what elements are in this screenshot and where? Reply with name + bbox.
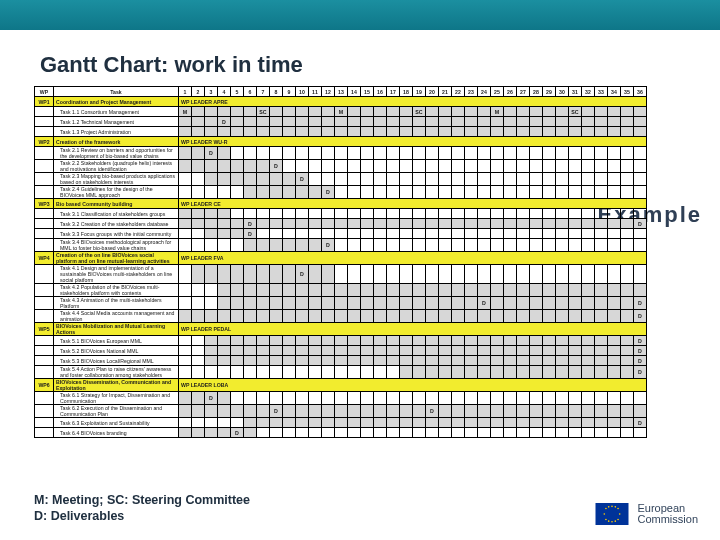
gantt-row: WP4Creation of the on line BIOVoices soc… [35,252,647,265]
gantt-row: WP6BIOVoices Dissemination, Communicatio… [35,379,647,392]
gantt-row: Task 4.4 Social Media accounts managemen… [35,310,647,323]
svg-point-2 [612,521,614,523]
logo-line-2: Commission [637,514,698,526]
svg-point-3 [604,514,606,516]
gantt-row: Task 5.3 BIOVoices Local/Regional MMLD [35,356,647,366]
gantt-row: WP5BIOVoices Mobilization and Mutual Lea… [35,323,647,336]
svg-point-10 [615,506,617,508]
gantt-row: Task 6.1 Strategy for Impact, Disseminat… [35,392,647,405]
legend-line-2: D: Deliverables [34,508,250,524]
gantt-row: Task 6.3 Exploitation and Sustainability… [35,418,647,428]
svg-point-4 [619,514,621,516]
gantt-row: Task 4.3 Animation of the multi-stakehol… [35,297,647,310]
svg-point-11 [608,521,610,523]
gantt-row: Task 1.2 Technical ManagementD [35,117,647,127]
gantt-row: Task 6.2 Execution of the Dissemination … [35,405,647,418]
gantt-row: WP2Creation of the frameworkWP LEADER WU… [35,137,647,147]
gantt-row: Task 5.4 Action Plan to raise citizens' … [35,366,647,379]
legend: M: Meeting; SC: Steering Committee D: De… [34,492,250,525]
gantt-row: Task 2.3 Mapping bio-based products appl… [35,173,647,186]
svg-point-12 [615,521,617,523]
gantt-row: Task 5.2 BIOVoices National MMLD [35,346,647,356]
page-title: Gantt Chart: work in time [40,52,303,78]
svg-point-6 [618,508,620,510]
gantt-row: Task 4.1 Design and implementation of a … [35,265,647,284]
gantt-row: Task 4.2 Population of the BIOVoices mul… [35,284,647,297]
gantt-row: Task 2.4 Guidelines for the design of th… [35,186,647,199]
gantt-row: Task 1.3 Project Administration [35,127,647,137]
gantt-row: Task 3.1 Classification of stakeholders … [35,209,647,219]
gantt-row: Task 1.1 Consortium ManagementMSCMSCMSC [35,107,647,117]
gantt-row: Task 3.4 BIOvoices methodological approa… [35,239,647,252]
ec-logo: European Commission [595,503,698,526]
svg-point-5 [606,508,608,510]
eu-flag-icon [595,503,629,525]
svg-point-1 [612,506,614,508]
svg-point-8 [618,519,620,521]
top-bar [0,0,720,30]
gantt-row: Task 5.1 BIOVoices European MMLD [35,336,647,346]
svg-point-7 [606,519,608,521]
legend-line-1: M: Meeting; SC: Steering Committee [34,492,250,508]
gantt-row: Task 2.1 Review on barriers and opportun… [35,147,647,160]
gantt-row: Task 6.4 BIOVoices brandingD [35,428,647,438]
gantt-row: WP1Coordination and Project ManagementWP… [35,97,647,107]
gantt-row: Task 2.2 Stakeholders (quadruple helix) … [35,160,647,173]
svg-point-9 [608,506,610,508]
gantt-row: Task 3.2 Creation of the stakeholders da… [35,219,647,229]
gantt-row: WP3Bio based Community buildingWP LEADER… [35,199,647,209]
gantt-row: Task 3.3 Focus groups with the initial c… [35,229,647,239]
